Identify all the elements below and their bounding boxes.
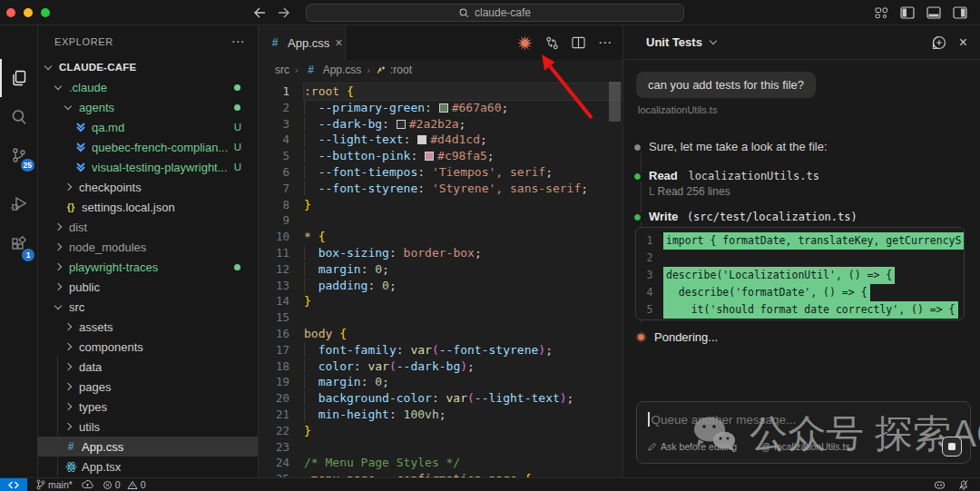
code-line-8[interactable]: 8}: [259, 197, 622, 213]
claude-code-icon[interactable]: [517, 35, 533, 51]
command-center-search[interactable]: claude-cafe: [306, 4, 684, 22]
git-status-badge: U: [234, 142, 241, 152]
close-panel-icon[interactable]: ×: [959, 34, 967, 51]
chevron-down-icon[interactable]: [710, 37, 717, 44]
toggle-panel-icon[interactable]: [926, 6, 941, 19]
tree-item-pages[interactable]: pages: [38, 377, 258, 397]
tree-item-data[interactable]: data: [38, 357, 258, 377]
sync-changes-item[interactable]: [82, 480, 93, 489]
input-attachment-chip[interactable]: @ localizationUtils.ts: [761, 441, 850, 452]
code-line-2[interactable]: 2 --primary-green: #667a60;: [259, 100, 622, 116]
code-line-24[interactable]: 24/* Menu Page Styles */: [259, 455, 622, 471]
forward-arrow-icon[interactable]: [278, 7, 290, 18]
tool-call-write[interactable]: Write (src/test/localization.ts): [634, 210, 858, 223]
editor-scrollbar[interactable]: [609, 82, 621, 122]
problems-item[interactable]: 0 0: [103, 479, 146, 490]
tool-call-read[interactable]: Read localizationUtils.ts L Read 256 lin…: [634, 169, 819, 198]
color-swatch[interactable]: [439, 103, 448, 113]
line-number: 24: [259, 455, 304, 471]
read-file: localizationUtils.ts: [688, 170, 819, 182]
explorer-more-actions-icon[interactable]: ⋯: [230, 34, 245, 50]
code-line-17[interactable]: 17 font-family: var(--font-styrene);: [259, 342, 622, 358]
code-line-10[interactable]: 10* {: [259, 229, 622, 245]
activity-bar-extensions[interactable]: 1: [0, 226, 38, 264]
customize-layout-icon[interactable]: [875, 6, 888, 19]
tree-item-src[interactable]: src: [38, 297, 258, 317]
code-line-11[interactable]: 11 box-sizing: border-box;: [259, 245, 622, 261]
breadcrumb-src[interactable]: src: [275, 64, 289, 76]
code-line-6[interactable]: 6 --font-tiempos: 'Tiempos', serif;: [259, 164, 622, 181]
code-line-5[interactable]: 5 --button-pink: #c98fa5;: [259, 148, 622, 164]
code-line-7[interactable]: 7 --font-styrene: 'Styrene', sans-serif;: [259, 181, 622, 197]
code-line-13[interactable]: 13 padding: 0;: [259, 278, 622, 294]
breadcrumb-symbol[interactable]: :root: [390, 64, 412, 76]
code-line-12[interactable]: 12 margin: 0;: [259, 261, 622, 278]
tree-item-components[interactable]: components: [38, 337, 258, 357]
code-line-18[interactable]: 18 color: var(--dark-bg);: [259, 358, 622, 375]
git-branch-item[interactable]: main*: [36, 479, 73, 490]
code-line-19[interactable]: 19 margin: 0;: [259, 374, 622, 390]
tree-item-label: data: [79, 360, 102, 374]
code-line-25[interactable]: 25.menu-page, .confirmation-page {: [259, 471, 622, 477]
line-number: 11: [259, 245, 304, 261]
close-tab-icon[interactable]: ×: [335, 35, 342, 50]
code-line-14[interactable]: 14}: [259, 293, 622, 309]
tree-item-agents[interactable]: agents: [38, 97, 258, 117]
minimize-window-button[interactable]: [24, 8, 33, 17]
attached-file-label[interactable]: localizationUtils.ts: [638, 104, 717, 115]
code-line-4[interactable]: 4 --light-text: #d4d1cd;: [259, 132, 622, 148]
remote-indicator[interactable]: [0, 478, 27, 491]
permission-mode-selector[interactable]: Ask before editing: [661, 441, 737, 452]
code-line-21[interactable]: 21 min-height: 100vh;: [259, 407, 622, 423]
code-line-9[interactable]: 9: [259, 212, 622, 229]
tree-item-types[interactable]: types: [38, 397, 258, 417]
tree-item-app-css[interactable]: #App.css: [38, 437, 258, 457]
notifications-muted-icon[interactable]: [958, 479, 969, 490]
color-swatch[interactable]: [425, 152, 434, 161]
code-line-20[interactable]: 20 background-color: var(--light-text);: [259, 390, 622, 407]
breadcrumb-file[interactable]: App.css: [323, 64, 362, 76]
breadcrumb[interactable]: src › # App.css › :root: [259, 60, 622, 80]
tab-app-css[interactable]: # App.css ×: [259, 25, 346, 60]
tree-item-visual-testing-playwright[interactable]: visual-testing-playwright...U: [38, 157, 258, 177]
stop-button[interactable]: [942, 437, 962, 457]
code-line-22[interactable]: 22}: [259, 423, 622, 439]
diff-code-block[interactable]: 1import { formatDate, translateKey, getC…: [635, 227, 965, 320]
activity-bar-search[interactable]: [0, 98, 38, 136]
chat-input-box[interactable]: Queue another message... Ask before edit…: [636, 401, 971, 464]
tree-item-checkpoints[interactable]: checkpoints: [38, 177, 258, 197]
tree-item-dist[interactable]: dist: [38, 217, 258, 237]
tree-item-utils[interactable]: utils: [38, 417, 258, 437]
copilot-icon[interactable]: [934, 480, 946, 490]
activity-bar-run-debug[interactable]: [0, 184, 38, 222]
tree-item-playwright-traces[interactable]: playwright-traces: [38, 257, 258, 277]
code-editor[interactable]: 1:root {2 --primary-green: #667a60;3 --d…: [259, 80, 622, 477]
tree-item-qa-md[interactable]: qa.mdU: [38, 117, 258, 137]
toggle-secondary-sidebar-icon[interactable]: [953, 6, 967, 19]
code-line-23[interactable]: 23: [259, 439, 622, 456]
zoom-window-button[interactable]: [41, 8, 50, 17]
tree-item-quebec-french-complian[interactable]: quebec-french-complian...U: [38, 137, 258, 157]
tree-item-assets[interactable]: assets: [38, 317, 258, 337]
tree-item-claude[interactable]: .claude: [38, 77, 258, 97]
activity-bar-explorer[interactable]: [0, 59, 38, 97]
open-changes-icon[interactable]: [545, 36, 559, 50]
tree-item-app-tsx[interactable]: App.tsx: [38, 457, 258, 476]
toggle-sidebar-icon[interactable]: [900, 6, 915, 19]
tree-item-node-modules[interactable]: node_modules: [38, 237, 258, 257]
split-editor-icon[interactable]: [572, 36, 585, 49]
color-swatch[interactable]: [417, 135, 426, 144]
code-line-1[interactable]: 1:root {: [259, 83, 622, 100]
new-chat-icon[interactable]: [932, 35, 946, 50]
tree-item-settings-local-json[interactable]: {}settings.local.json: [38, 197, 258, 217]
tree-item-public[interactable]: public: [38, 277, 258, 297]
tree-item-claude-cafe[interactable]: CLAUDE-CAFE: [38, 57, 258, 77]
close-window-button[interactable]: [6, 8, 15, 17]
back-arrow-icon[interactable]: [253, 7, 266, 18]
code-line-3[interactable]: 3 --dark-bg: #2a2b2a;: [259, 116, 622, 133]
editor-more-actions-icon[interactable]: ⋯: [598, 34, 612, 51]
code-line-16[interactable]: 16body {: [259, 326, 622, 342]
color-swatch[interactable]: [397, 120, 406, 129]
activity-bar-source-control[interactable]: 25: [0, 136, 38, 174]
code-line-15[interactable]: 15: [259, 309, 622, 326]
